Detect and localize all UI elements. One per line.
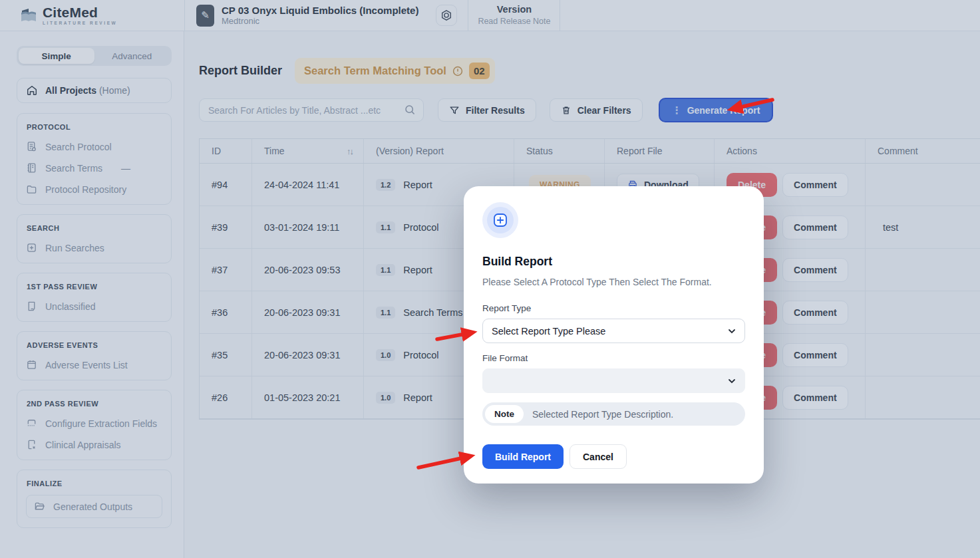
modal-subtitle: Please Select A Protocol Type Then Selec… <box>482 277 745 287</box>
cancel-button[interactable]: Cancel <box>570 444 627 469</box>
citemed-app: CiteMed LITERATURE REVIEW ✎ CP 03 Onyx L… <box>0 0 980 558</box>
build-report-modal: Build Report Please Select A Protocol Ty… <box>464 186 764 484</box>
modal-icon-halo <box>482 202 518 238</box>
note-pill: Note <box>485 405 524 423</box>
build-report-button[interactable]: Build Report <box>482 444 564 469</box>
file-format-select[interactable] <box>482 368 745 393</box>
report-type-select[interactable]: Select Report Type Please <box>482 319 745 343</box>
note-text: Selected Report Type Description. <box>532 409 673 420</box>
report-type-label: Report Type <box>482 303 745 313</box>
note-banner: Note Selected Report Type Description. <box>482 402 745 426</box>
add-report-icon <box>492 211 509 229</box>
file-format-label: File Format <box>482 353 745 363</box>
chevron-down-icon <box>727 327 736 336</box>
modal-title: Build Report <box>482 255 745 269</box>
chevron-down-icon <box>727 376 736 386</box>
